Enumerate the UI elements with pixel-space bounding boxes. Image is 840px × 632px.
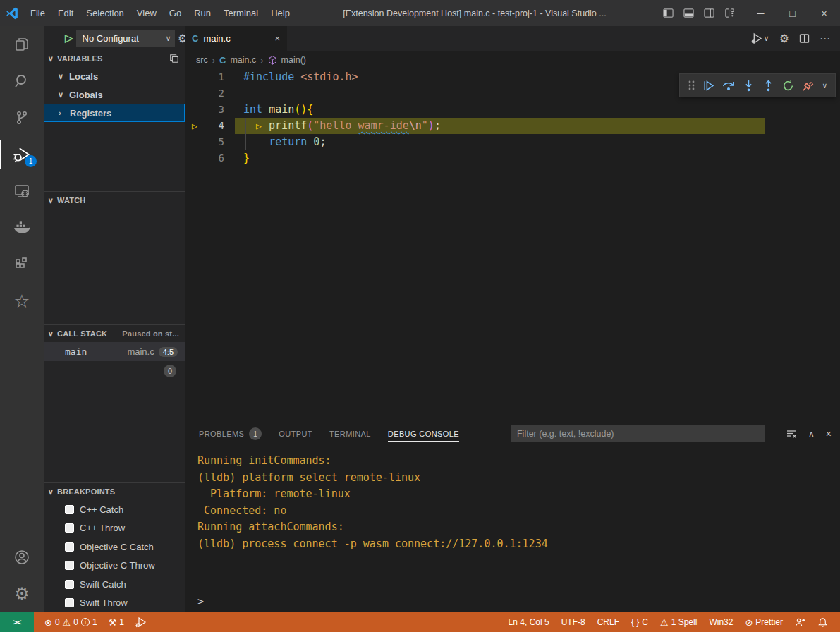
menu-view[interactable]: View [130,0,163,26]
variables-item-globals[interactable]: ∨Globals [44,85,185,104]
open-launch-config-gear-icon[interactable]: ⚙ [178,32,185,45]
breadcrumb-file[interactable]: main.c [230,55,256,65]
breakpoint-item[interactable]: Objective C Catch [44,537,185,557]
console-line: Platform: remote-linux [197,486,840,503]
variables-header[interactable]: ∨ VARIABLES [44,50,185,67]
clear-console-icon[interactable] [786,428,797,439]
extensions-icon[interactable] [0,246,44,283]
search-icon[interactable] [0,63,44,99]
menu-run[interactable]: Run [188,0,217,26]
chevron-down-icon: ∨ [58,72,69,81]
settings-gear-icon[interactable]: ⚙ [0,576,44,612]
notifications-bell-icon[interactable] [812,617,833,628]
start-debug-icon[interactable]: ▷ [65,32,73,44]
code-text [224,85,243,102]
stack-frame-row[interactable]: main main.c 4:5 [44,342,185,361]
run-and-debug-icon[interactable]: 1 [0,136,44,173]
breakpoint-item[interactable]: C++ Catch [44,500,185,519]
close-button[interactable]: × [808,0,840,26]
breakpoint-item[interactable]: Swift Throw [44,594,185,613]
docker-icon[interactable] [0,209,44,246]
favorites-star-icon[interactable]: ☆ [0,283,44,320]
menu-go[interactable]: Go [163,0,188,26]
source-control-icon[interactable] [0,99,44,136]
debug-config-dropdown[interactable]: No Configurat ∨ [76,30,175,47]
copy-icon[interactable] [169,54,179,63]
checkbox[interactable] [65,561,74,570]
execution-pointer-icon[interactable]: ▷ [185,118,205,134]
problems-status[interactable]: ⊗ 0 ⚠ 0 i 1 [39,617,102,628]
platform-target[interactable]: Win32 [704,617,738,627]
feedback-icon[interactable] [790,617,810,628]
tab-close-icon[interactable]: × [274,33,280,44]
close-panel-icon[interactable]: × [826,428,832,439]
variables-item-locals[interactable]: ∨Locals [44,67,185,85]
toggle-secondary-sidebar-icon[interactable] [704,8,714,18]
restart-icon[interactable] [782,80,794,92]
breakpoints-header[interactable]: ∨ BREAKPOINTS [44,483,185,500]
remote-explorer-icon[interactable] [0,173,44,209]
toggle-panel-icon[interactable] [683,8,694,18]
customize-layout-icon[interactable] [724,8,735,18]
toolbar-drag-grip[interactable] [688,80,695,91]
menu-file[interactable]: File [24,0,51,26]
remote-indicator[interactable]: >< [0,612,34,632]
more-actions-icon[interactable]: ⋯ [820,32,830,45]
editor-settings-gear-icon[interactable]: ⚙ [779,32,789,45]
account-icon[interactable] [0,539,44,576]
checkbox[interactable] [65,505,74,514]
debug-status-icon[interactable] [130,616,152,628]
breakpoint-item[interactable]: Swift Catch [44,575,185,594]
info-icon: i [81,618,90,626]
code-editor[interactable]: 1#include <stdio.h>23int main(){▷4 ▷prin… [185,69,840,420]
checkbox[interactable] [65,580,74,589]
checkbox[interactable] [65,523,74,533]
maximize-panel-icon[interactable]: ∧ [808,429,815,439]
tab-output[interactable]: OUTPUT [279,420,312,447]
console-input-prompt[interactable]: > [197,595,204,608]
tab-main-c[interactable]: C main.c × [185,26,287,51]
checkbox[interactable] [65,598,74,607]
menu-terminal[interactable]: Terminal [217,0,264,26]
language-mode[interactable]: { } C [626,617,653,627]
disconnect-icon[interactable] [802,79,815,92]
breadcrumb-symbol[interactable]: main() [281,55,306,65]
tab-terminal[interactable]: TERMINAL [329,420,371,447]
toggle-sidebar-icon[interactable] [663,8,674,18]
chevron-down-icon[interactable]: ∨ [822,81,827,90]
breakpoint-item[interactable]: C++ Throw [44,519,185,538]
code-text: return 0; [224,134,326,150]
explorer-icon[interactable] [0,26,44,63]
editor-tab-bar: C main.c × ∨ ⚙ ⋯ [185,26,840,51]
step-over-icon[interactable] [722,79,735,92]
menu-selection[interactable]: Selection [80,0,130,26]
stack-frame-position-badge: 4:5 [159,347,178,357]
spell-checker-status[interactable]: ⚠ 1 Spell [655,617,702,628]
tools-status[interactable]: ⚒ 1 [104,617,129,628]
prompt-chevron-icon: > [197,595,204,608]
checkbox[interactable] [65,542,74,552]
formatter-status[interactable]: ⊘ Prettier [740,617,788,628]
step-out-icon[interactable] [762,80,774,92]
line-number: 6 [205,150,224,166]
variables-item-registers[interactable]: ›Registers [44,104,185,122]
tab-debug-console[interactable]: DEBUG CONSOLE [388,420,459,447]
eol-sequence[interactable]: CRLF [592,617,624,627]
console-filter-input[interactable] [511,425,765,442]
encoding[interactable]: UTF-8 [556,617,590,627]
split-editor-icon[interactable] [799,33,810,44]
tab-problems[interactable]: PROBLEMS 1 [199,420,262,447]
minimize-button[interactable]: ─ [745,0,777,26]
run-or-debug-button[interactable]: ∨ [750,32,769,44]
menu-help[interactable]: Help [264,0,296,26]
code-token: return [269,135,307,148]
continue-icon[interactable] [702,80,714,92]
step-into-icon[interactable] [743,80,755,92]
maximize-button[interactable]: □ [777,0,808,26]
watch-header[interactable]: ∨ WATCH [44,192,185,209]
menu-edit[interactable]: Edit [51,0,80,26]
breakpoint-item[interactable]: Objective C Throw [44,557,185,576]
cursor-position[interactable]: Ln 4, Col 5 [504,617,554,627]
breadcrumb-folder[interactable]: src [196,55,208,65]
call-stack-header[interactable]: ∨ CALL STACK Paused on st... [44,325,185,342]
